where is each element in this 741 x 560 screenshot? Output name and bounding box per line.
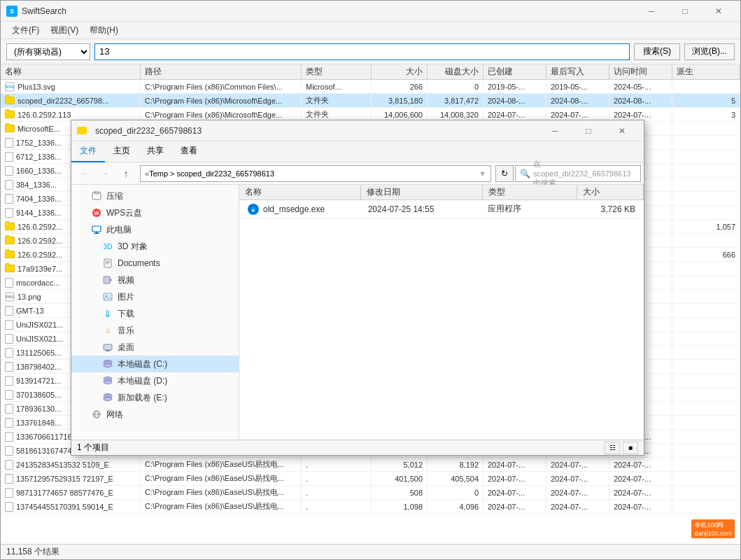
up-button[interactable]: ↑ [116, 164, 136, 183]
cell-size: 1,098 [372, 500, 428, 513]
cell-attrs [672, 178, 740, 191]
refresh-button[interactable]: ↻ [495, 165, 514, 182]
cell-attrs [672, 458, 740, 471]
cell-modified: 2024-07-... [546, 500, 609, 513]
status-bar: 11,158 个结果 [1, 544, 740, 559]
col-header-attrs[interactable]: 派生 [672, 64, 740, 79]
cell-accessed: 2024-07-... [609, 500, 672, 513]
minimize-button[interactable]: ─ [635, 1, 668, 22]
explorer-close[interactable]: ✕ [606, 120, 638, 141]
forward-button[interactable]: → [95, 164, 115, 183]
svg-rect-11 [104, 259, 111, 267]
detail-view-icon[interactable]: ☷ [605, 442, 620, 454]
nav-music[interactable]: ♫ 音乐 [71, 322, 239, 339]
drive-select[interactable]: (所有驱动器) C:\ D:\ E:\ [6, 43, 90, 60]
col-header-path[interactable]: 路径 [141, 64, 302, 79]
col-header-created[interactable]: 已创建 [484, 64, 546, 79]
cell-attrs [672, 332, 740, 345]
cell-attrs [672, 164, 740, 177]
svg-rect-10 [94, 233, 99, 234]
nav-music-label: 音乐 [118, 325, 134, 337]
cell-attrs [672, 122, 740, 135]
nav-drive-e[interactable]: 新加载卷 (E:) [71, 389, 239, 406]
zip-icon [91, 190, 102, 202]
app-icon: S [6, 6, 17, 17]
col-header-type[interactable]: 类型 [302, 64, 372, 79]
svg-point-23 [104, 364, 112, 368]
exp-col-name[interactable]: 名称 [239, 185, 361, 200]
browse-button[interactable]: 浏览(B)... [684, 43, 735, 60]
table-row[interactable]: SVGPlus13.svgC:\Program Files (x86)\Comm… [1, 80, 740, 94]
svg-text:W: W [94, 211, 99, 216]
table-header: 名称 路径 类型 大小 磁盘大小 已创建 最后写入 访问时间 派生 [1, 64, 740, 80]
window-controls: ─ □ ✕ [635, 1, 735, 22]
nav-pics-label: 图片 [118, 291, 134, 303]
nav-drive-d[interactable]: 本地磁盘 (D:) [71, 372, 239, 389]
cell-name: scoped_dir2232_665798... [1, 94, 141, 107]
exp-file-modified: 2024-07-25 14:55 [362, 204, 483, 214]
ribbon-tab-share[interactable]: 共享 [139, 141, 172, 162]
nav-wps[interactable]: W WPS云盘 [71, 204, 239, 221]
table-row[interactable]: 987131774657 88577476_EC:\Program Files … [1, 486, 740, 500]
nav-video[interactable]: 视频 [71, 272, 239, 288]
search-button[interactable]: 搜索(S) [634, 43, 680, 60]
close-button[interactable]: ✕ [703, 1, 735, 22]
menu-help[interactable]: 帮助(H) [84, 23, 124, 38]
pics-icon [102, 291, 113, 302]
col-header-size[interactable]: 大小 [372, 64, 428, 79]
cell-attrs [672, 262, 740, 275]
explorer-minimize[interactable]: ─ [539, 120, 571, 141]
nav-zip[interactable]: 压缩 [71, 188, 239, 204]
docs-icon [102, 258, 113, 269]
cell-disksize: 0 [428, 80, 484, 93]
nav-download[interactable]: ⇓ 下载 [71, 305, 239, 322]
address-bar[interactable]: « Temp > scoped_dir2232_665798613 ▼ [140, 165, 491, 182]
music-icon: ♫ [102, 325, 113, 336]
table-row[interactable]: scoped_dir2232_665798...C:\Program Files… [1, 94, 740, 108]
explorer-maximize[interactable]: □ [572, 120, 605, 141]
table-row[interactable]: 135712957529315 72197_EC:\Program Files … [1, 472, 740, 486]
svg-rect-8 [92, 226, 101, 232]
col-header-name[interactable]: 名称 [1, 64, 141, 79]
explorer-search-box[interactable]: 🔍 在 scoped_dir2232_665798613 中搜索 [515, 165, 641, 182]
cell-path: C:\Program Files (x86)\EaseUS\易找电... [141, 486, 302, 499]
col-header-disksize[interactable]: 磁盘大小 [428, 64, 484, 79]
nav-pics[interactable]: 图片 [71, 288, 239, 305]
col-header-modified[interactable]: 最后写入 [546, 64, 609, 79]
nav-network[interactable]: 网络 [71, 406, 239, 423]
cell-created: 2024-08-... [484, 94, 546, 107]
nav-drive-c[interactable]: 本地磁盘 (C:) [71, 356, 239, 372]
exp-col-size[interactable]: 大小 [577, 185, 644, 200]
nav-3d[interactable]: 3D 3D 对象 [71, 238, 239, 255]
svg-point-29 [104, 398, 112, 401]
table-row[interactable]: 241352834513532 5109_EC:\Program Files (… [1, 458, 740, 472]
menu-bar: 文件(F) 视图(V) 帮助(H) [1, 22, 740, 39]
maximize-button[interactable]: □ [669, 1, 701, 22]
cell-created: 2024-07-... [484, 472, 546, 485]
exp-col-type[interactable]: 类型 [483, 185, 577, 200]
cell-attrs [672, 346, 740, 359]
cell-attrs [672, 402, 740, 415]
drive-e-icon [102, 392, 113, 403]
ribbon-tab-file[interactable]: 文件 [71, 141, 105, 162]
search-input[interactable] [94, 43, 630, 60]
result-count: 11,158 个结果 [6, 546, 59, 558]
explorer-content: 名称 修改日期 类型 大小 e old_msedge.exe 2024-07-2… [239, 185, 644, 440]
nav-docs[interactable]: Documents [71, 255, 239, 272]
nav-drive-c-label: 本地磁盘 (C:) [118, 358, 167, 370]
nav-pc[interactable]: 此电脑 [71, 221, 239, 238]
ribbon-tab-view[interactable]: 查看 [172, 141, 206, 162]
cell-attrs [672, 374, 740, 387]
nav-desktop[interactable]: 桌面 [71, 339, 239, 356]
back-button[interactable]: ← [74, 164, 94, 183]
exp-col-modified[interactable]: 修改日期 [361, 185, 483, 200]
explorer-status-bar: 1 个项目 ☷ ■ [71, 440, 644, 455]
large-icon-view-icon[interactable]: ■ [623, 442, 638, 454]
table-row[interactable]: 137454455170391 59014_EC:\Program Files … [1, 500, 740, 514]
ribbon-tab-home[interactable]: 主页 [105, 141, 139, 162]
title-bar: S SwiftSearch ─ □ ✕ [1, 1, 740, 22]
menu-view[interactable]: 视图(V) [45, 23, 84, 38]
col-header-accessed[interactable]: 访问时间 [609, 64, 672, 79]
menu-file[interactable]: 文件(F) [6, 23, 45, 38]
explorer-file-row[interactable]: e old_msedge.exe 2024-07-25 14:55 应用程序 3… [239, 200, 644, 218]
